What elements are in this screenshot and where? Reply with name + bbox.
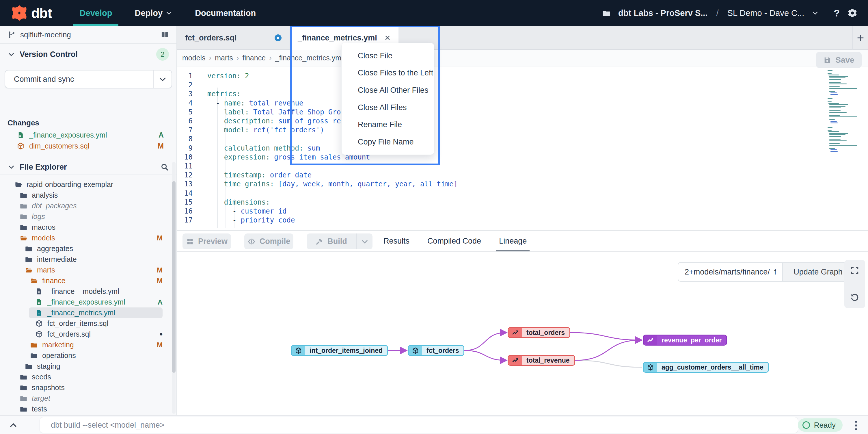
sidebar-scrollbar-thumb[interactable]	[172, 181, 176, 373]
project-folder-icon	[602, 9, 611, 17]
code-line-5[interactable]: 5 label: Total Jaffle Shop Gross Revenue	[177, 108, 868, 116]
lineage-node-agg_customer_orders__all_time[interactable]: agg_customer_orders__all_time	[643, 362, 769, 373]
code-line-1[interactable]: 1version: 2	[177, 71, 868, 80]
code-line-3[interactable]: 3metrics:	[177, 89, 868, 98]
code-line-2[interactable]: 2	[177, 80, 868, 89]
tree-item-intermediate[interactable]: intermediate	[0, 254, 177, 265]
chevron-down-icon[interactable]	[812, 9, 818, 17]
lineage-node-fct_orders[interactable]: fct_orders	[408, 345, 464, 356]
new-tab-button[interactable]	[852, 26, 868, 50]
tree-item-fct-orders-sql[interactable]: fct_orders.sql•	[0, 329, 177, 340]
tree-item-analysis[interactable]: analysis	[0, 190, 177, 201]
breadcrumb-marts[interactable]: marts	[215, 54, 233, 62]
menu-item-close-all-files[interactable]: Close All Files	[342, 99, 434, 116]
code-line-4[interactable]: 4 - name: total_revenue	[177, 98, 868, 108]
tree-item-dbt-packages[interactable]: dbt_packages	[0, 201, 177, 211]
docs-book-icon[interactable]	[161, 31, 169, 39]
search-icon[interactable]	[160, 163, 169, 171]
nav-deploy[interactable]: Deploy	[134, 0, 173, 26]
tab-lineage[interactable]: Lineage	[499, 231, 527, 251]
code-editor[interactable]: 1version: 223metrics:4 - name: total_rev…	[177, 66, 868, 230]
lineage-node-int_order_items_joined[interactable]: int_order_items_joined	[291, 345, 388, 356]
code-line-12[interactable]: 12 timestamp: order_date	[177, 171, 868, 179]
editor-minimap[interactable]	[828, 70, 864, 191]
code-line-7[interactable]: 7 model: ref('fct_orders')	[177, 125, 868, 134]
tree-item-seeds[interactable]: seeds	[0, 372, 177, 382]
expand-panel-button[interactable]	[6, 420, 20, 431]
code-line-14[interactable]: 14	[177, 189, 868, 198]
dbt-logo[interactable]: dbt	[11, 5, 52, 21]
tree-item-snapshots[interactable]: snapshots	[0, 382, 177, 393]
preview-button[interactable]: Preview	[183, 233, 231, 249]
tree-item-tests[interactable]: tests	[0, 404, 177, 414]
lineage-node-total_orders[interactable]: total_orders	[508, 327, 570, 338]
help-button[interactable]: ?	[834, 7, 840, 19]
fullscreen-button[interactable]	[844, 260, 865, 281]
file-icon	[17, 131, 25, 139]
menu-item-close-files-to-the-left[interactable]: Close Files to the Left	[342, 64, 434, 81]
tree-item-operations[interactable]: operations	[0, 350, 177, 361]
lineage-canvas[interactable]: Update Graph int_order_items_joined fct_…	[177, 251, 868, 415]
version-control-header[interactable]: Version Control 2	[0, 44, 177, 65]
tree-item-target[interactable]: target	[0, 393, 177, 404]
code-line-9[interactable]: 9 calculation_method: sum	[177, 144, 868, 152]
menu-item-rename-file[interactable]: Rename File	[342, 116, 434, 133]
tree-item-marts[interactable]: martsM	[0, 265, 177, 276]
chevron-down-icon	[165, 9, 173, 17]
code-line-11[interactable]: 11	[177, 162, 868, 171]
gear-icon[interactable]	[847, 8, 858, 18]
tree-item-macros[interactable]: macros	[0, 222, 177, 233]
lineage-selector-input[interactable]	[678, 262, 783, 282]
save-button[interactable]: Save	[816, 52, 862, 68]
menu-item-close-all-other-files[interactable]: Close All Other Files	[342, 82, 434, 98]
code-line-15[interactable]: 15 dimensions:	[177, 198, 868, 207]
tree-item-logs[interactable]: logs	[0, 211, 177, 222]
tree-item-rapid-onboarding-exemplar[interactable]: rapid-onboarding-exemplar	[0, 179, 177, 190]
menu-item-copy-file-name[interactable]: Copy File Name	[342, 134, 434, 150]
breadcrumb-models[interactable]: models	[182, 54, 206, 62]
git-status-badge: M	[157, 266, 162, 274]
tree-item--finance-models-yml[interactable]: _finance__models.yml	[0, 286, 177, 297]
code-line-6[interactable]: 6 description: sum of gross revenue	[177, 116, 868, 125]
code-line-17[interactable]: 17 - priority_code	[177, 215, 868, 225]
tree-item-staging[interactable]: staging	[0, 361, 177, 372]
tree-item--finance-metrics-yml[interactable]: _finance_metrics.yml	[29, 308, 162, 318]
environment-selector[interactable]: SL Demo - Dave C...	[727, 8, 804, 18]
tree-item--finance-exposures-yml[interactable]: _finance_exposures.ymlA	[0, 297, 177, 308]
reset-view-button[interactable]	[844, 287, 865, 308]
changed-file-row[interactable]: dim_customers.sql M	[0, 140, 177, 151]
code-line-8[interactable]: 8	[177, 134, 868, 143]
tree-item-finance[interactable]: financeM	[0, 276, 177, 286]
commit-and-sync-button[interactable]: Commit and sync	[5, 70, 172, 88]
update-graph-button[interactable]: Update Graph	[783, 262, 854, 282]
tree-item-fct-order-items-sql[interactable]: fct_order_items.sql	[0, 318, 177, 329]
build-button[interactable]: Build	[307, 233, 356, 249]
chevron-down-icon	[7, 51, 15, 58]
breadcrumb-file[interactable]: _finance_metrics.yml	[275, 54, 343, 62]
lineage-node-total_revenue[interactable]: total_revenue	[508, 355, 575, 366]
breadcrumb-finance[interactable]: finance	[242, 54, 266, 62]
tree-item-models[interactable]: modelsM	[0, 233, 177, 243]
tab-fct-orders[interactable]: fct_orders.sql	[177, 26, 290, 50]
nav-documentation[interactable]: Documentation	[195, 0, 256, 26]
lineage-node-revenue_per_order[interactable]: revenue_per_order	[643, 335, 727, 346]
tab-compiled-code[interactable]: Compiled Code	[427, 231, 481, 251]
code-line-10[interactable]: 10 expression: gross_item_sales_amount	[177, 152, 868, 162]
file-explorer-header[interactable]: File Explorer	[0, 160, 177, 175]
code-line-13[interactable]: 13 time_grains: [day, week, month, quart…	[177, 179, 868, 189]
build-options-button[interactable]	[356, 233, 372, 249]
code-line-16[interactable]: 16 - customer_id	[177, 207, 868, 215]
tree-item-marketing[interactable]: marketingM	[0, 340, 177, 350]
tab-results[interactable]: Results	[383, 231, 409, 251]
project-selector[interactable]: dbt Labs - ProServ S...	[618, 8, 708, 18]
changed-file-row[interactable]: _finance_exposures.yml A	[0, 129, 177, 140]
commit-options-chevron[interactable]	[153, 70, 172, 88]
kebab-menu-icon[interactable]	[854, 420, 858, 431]
command-input[interactable]	[39, 417, 798, 433]
menu-item-close-file[interactable]: Close File	[342, 48, 434, 64]
folder-icon	[20, 395, 27, 402]
tree-item-aggregates[interactable]: aggregates	[0, 243, 177, 254]
nav-develop[interactable]: Develop	[80, 0, 112, 26]
close-icon[interactable]	[384, 34, 391, 41]
compile-button[interactable]: Compile	[244, 233, 293, 249]
